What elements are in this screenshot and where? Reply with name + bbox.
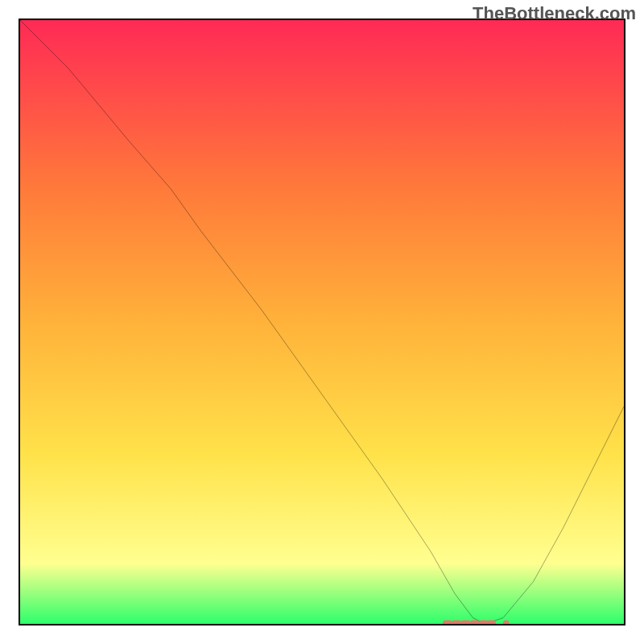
svg-rect-2 xyxy=(452,621,461,625)
minimum-marker-group xyxy=(443,621,510,625)
svg-rect-7 xyxy=(503,621,510,625)
svg-rect-1 xyxy=(443,621,452,625)
svg-rect-4 xyxy=(470,621,480,625)
svg-rect-6 xyxy=(486,621,496,625)
chart-plot-area xyxy=(19,19,625,625)
chart-curve xyxy=(20,20,624,624)
watermark-text: TheBottleneck.com xyxy=(473,3,636,24)
svg-rect-3 xyxy=(461,621,471,625)
